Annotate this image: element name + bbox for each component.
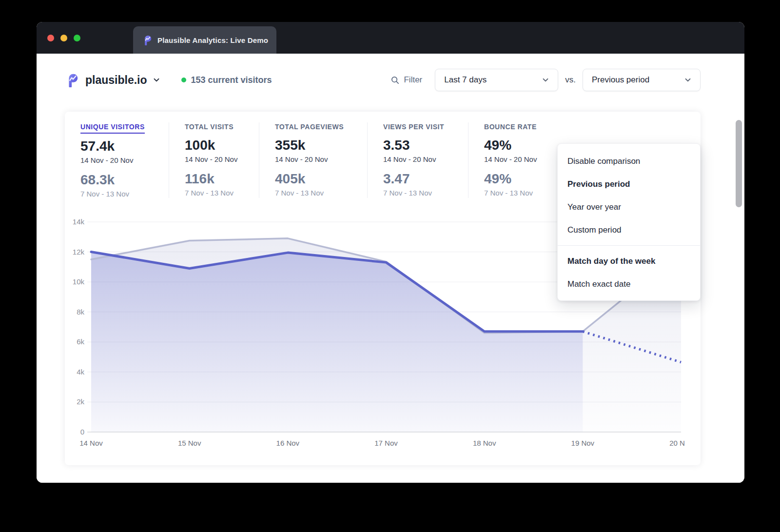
svg-text:14 Nov: 14 Nov [79,439,103,447]
stat-secondary-value: 49% [484,171,566,187]
stat-primary-range: 14 Nov - 20 Nov [484,155,566,163]
date-range-value: Last 7 days [444,75,487,85]
stat-unique-visitors: UNIQUE VISITORS 57.4k 14 Nov - 20 Nov 68… [80,122,169,198]
stat-label-bounce-rate[interactable]: BOUNCE RATE [484,123,537,133]
stat-secondary-range: 7 Nov - 13 Nov [484,189,566,197]
stat-total-pageviews: TOTAL PAGEVIEWS 355k 14 Nov - 20 Nov 405… [259,122,367,198]
browser-tab[interactable]: Plausible Analytics: Live Demo [133,26,276,54]
stat-primary-value: 49% [484,138,566,153]
menu-item-disable-comparison[interactable]: Disable comparison [558,150,700,173]
current-visitors[interactable]: 153 current visitors [181,75,272,85]
stat-label-total-pageviews[interactable]: TOTAL PAGEVIEWS [275,123,344,133]
svg-text:18 Nov: 18 Nov [473,439,496,447]
tab-title: Plausible Analytics: Live Demo [157,36,268,44]
browser-window: Plausible Analytics: Live Demo plausible… [37,22,744,483]
comparison-dropdown-menu: Disable comparison Previous period Year … [557,143,701,301]
menu-divider [558,245,700,246]
stat-secondary-range: 7 Nov - 13 Nov [185,189,259,197]
svg-text:0: 0 [80,428,84,436]
stat-label-views-per-visit[interactable]: VIEWS PER VISIT [383,123,444,133]
browser-titlebar: Plausible Analytics: Live Demo [37,22,744,54]
date-range-select[interactable]: Last 7 days [435,69,558,91]
svg-text:4k: 4k [77,368,84,376]
stat-secondary-range: 7 Nov - 13 Nov [383,189,468,197]
plausible-logo-icon [65,73,79,87]
svg-text:17 Nov: 17 Nov [374,439,398,447]
svg-text:10k: 10k [73,277,85,286]
page-scrollbar-thumb[interactable] [736,120,742,207]
dashboard-header: plausible.io 153 current visitors Filter… [37,69,744,91]
live-indicator-dot [181,78,186,82]
menu-item-custom-period[interactable]: Custom period [558,218,700,241]
filter-button[interactable]: Filter [390,75,422,85]
stat-secondary-range: 7 Nov - 13 Nov [80,190,169,198]
stat-bounce-rate: BOUNCE RATE 49% 14 Nov - 20 Nov 49% 7 No… [468,122,566,198]
vs-label: vs. [565,75,576,85]
stat-primary-range: 14 Nov - 20 Nov [185,155,259,163]
comparison-select[interactable]: Previous period [583,69,701,91]
svg-text:8k: 8k [77,308,84,316]
svg-text:12k: 12k [73,248,85,256]
svg-text:19 Nov: 19 Nov [571,439,595,447]
menu-item-previous-period[interactable]: Previous period [558,173,700,196]
stat-secondary-value: 116k [185,171,259,187]
stat-secondary-range: 7 Nov - 13 Nov [275,189,367,197]
stat-primary-range: 14 Nov - 20 Nov [80,156,169,164]
stat-label-unique-visitors[interactable]: UNIQUE VISITORS [80,123,145,134]
svg-text:15 Nov: 15 Nov [178,439,201,447]
stat-primary-value: 100k [185,138,259,153]
stat-secondary-value: 3.47 [383,171,468,187]
menu-item-match-exact-date[interactable]: Match exact date [558,273,700,296]
filter-label: Filter [404,75,422,85]
close-window-button[interactable] [47,35,54,41]
svg-text:2k: 2k [77,397,84,406]
minimize-window-button[interactable] [60,35,67,41]
zoom-window-button[interactable] [74,35,80,41]
menu-item-match-day-of-week[interactable]: Match day of the week [558,250,700,273]
stat-total-visits: TOTAL VISITS 100k 14 Nov - 20 Nov 116k 7… [169,122,259,198]
stat-primary-value: 57.4k [80,138,169,154]
site-switcher-chevron-down-icon[interactable] [152,76,161,84]
stat-secondary-value: 68.3k [80,172,169,188]
chevron-down-icon [541,76,550,84]
plausible-favicon-icon [142,35,153,45]
menu-item-year-over-year[interactable]: Year over year [558,196,700,218]
svg-text:6k: 6k [77,337,84,346]
stat-label-total-visits[interactable]: TOTAL VISITS [185,123,234,133]
stat-primary-value: 355k [275,138,367,153]
search-icon [390,76,400,85]
stat-primary-value: 3.53 [383,138,468,153]
traffic-lights [37,35,80,41]
stat-views-per-visit: VIEWS PER VISIT 3.53 14 Nov - 20 Nov 3.4… [367,122,468,198]
current-visitors-label: 153 current visitors [191,75,272,85]
stat-secondary-value: 405k [275,171,367,187]
chevron-down-icon [683,76,692,84]
stat-primary-range: 14 Nov - 20 Nov [383,155,468,163]
svg-text:20 Nov: 20 Nov [669,439,685,447]
svg-text:14k: 14k [73,217,85,226]
site-name[interactable]: plausible.io [85,74,147,87]
comparison-value: Previous period [592,75,649,85]
svg-text:16 Nov: 16 Nov [276,439,300,447]
stat-primary-range: 14 Nov - 20 Nov [275,155,367,163]
page-content: plausible.io 153 current visitors Filter… [37,69,744,483]
